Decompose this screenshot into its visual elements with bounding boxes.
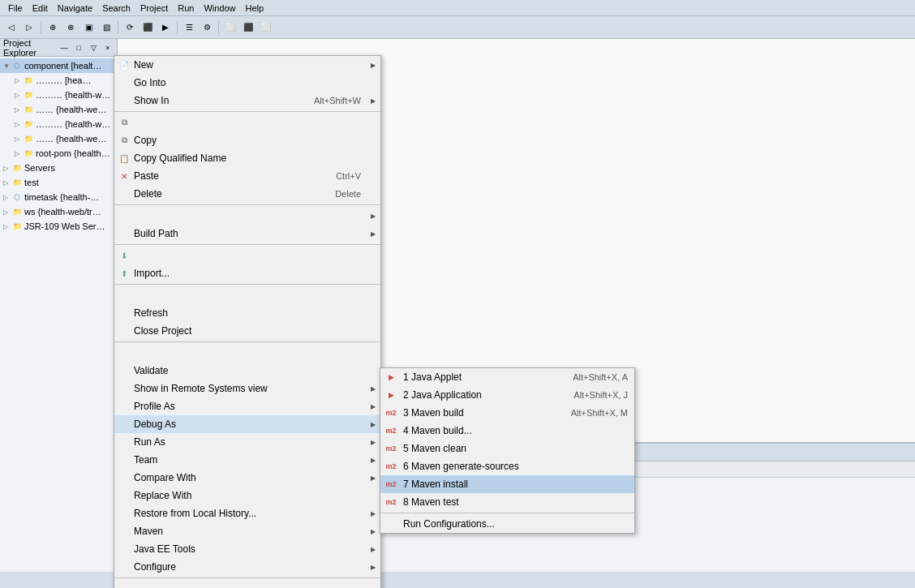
tree-item-4[interactable]: ▷ 📁 ……… {health-w… xyxy=(0,117,117,131)
ctx-profile-as[interactable]: Show in Remote Systems view xyxy=(114,380,380,397)
panel-close[interactable]: × xyxy=(102,42,114,54)
ctx-maven[interactable]: Restore from Local History... xyxy=(114,504,380,522)
toolbar-btn-4[interactable]: ⊗ xyxy=(62,19,79,36)
ctx-sep-3 xyxy=(114,244,380,245)
ctx-restore-local[interactable]: Replace With xyxy=(114,487,380,504)
toolbar-btn-1[interactable]: ◁ xyxy=(3,19,19,36)
panel-title: Project Explorer xyxy=(3,38,55,58)
toolbar-btn-8[interactable]: ⬛ xyxy=(140,19,156,36)
run-as-maven-clean[interactable]: m2 5 Maven clean xyxy=(380,440,634,457)
tree-item-8[interactable]: ▷ 📁 test xyxy=(0,175,117,190)
menu-bar: File Edit Navigate Search Project Run Wi… xyxy=(0,0,915,16)
run-as-java-applet[interactable]: ▶ 1 Java Applet Alt+Shift+X, A xyxy=(380,368,634,386)
tree-item-11[interactable]: ▷ 📁 JSR-109 Web Ser… xyxy=(0,219,117,234)
menu-search[interactable]: Search xyxy=(97,2,135,15)
ctx-team[interactable]: Run As xyxy=(114,433,380,451)
ctx-validate[interactable] xyxy=(114,344,380,362)
tree-label-0: component [healt… xyxy=(24,61,101,71)
ctx-copy[interactable]: ⧉ xyxy=(114,114,380,131)
java-app-icon: ▶ xyxy=(384,388,398,402)
ctx-replace-with[interactable]: Compare With xyxy=(114,469,380,487)
tree-icon-9: ⬡ xyxy=(11,191,23,203)
ctx-close-unrelated[interactable]: Close Project xyxy=(114,322,380,340)
toolbar-btn-11[interactable]: ⚙ xyxy=(199,19,215,36)
tree-item-6[interactable]: ▷ 📁 root-pom {health… xyxy=(0,146,117,161)
toolbar-btn-9[interactable]: ▶ xyxy=(157,19,174,36)
tree-label-5: …… {health-we… xyxy=(36,134,106,144)
run-as-java-app[interactable]: ▶ 2 Java Application Alt+Shift+X, J xyxy=(380,386,634,404)
ctx-run-as-label: Debug As xyxy=(134,418,176,430)
run-as-maven-build2[interactable]: m2 4 Maven build... xyxy=(380,422,634,440)
tree-icon-2: 📁 xyxy=(23,89,34,101)
toolbar-btn-13[interactable]: ⬛ xyxy=(240,19,256,36)
run-as-configurations[interactable]: Run Configurations... xyxy=(380,515,634,533)
tree-item-10[interactable]: ▷ 📁 ws {health-web/tr… xyxy=(0,204,117,219)
tree-arrow-6: ▷ xyxy=(15,150,23,157)
toolbar-btn-14[interactable]: ⬜ xyxy=(258,19,274,36)
ctx-go-into-label: Go Into xyxy=(134,77,165,88)
toolbar-btn-6[interactable]: ▧ xyxy=(98,19,114,36)
toolbar-btn-12[interactable]: ⬜ xyxy=(222,19,238,36)
tree-item-0[interactable]: ▼ ⬡ component [healt… xyxy=(0,58,117,73)
ctx-copy-qualified[interactable]: ⧉ Copy xyxy=(114,131,380,149)
ctx-configure[interactable]: Java EE Tools xyxy=(114,540,380,558)
run-as-maven-install[interactable]: m2 7 Maven install xyxy=(380,475,634,493)
menu-run[interactable]: Run xyxy=(173,2,199,15)
ctx-source[interactable]: Configure xyxy=(114,558,380,576)
ctx-remove-context[interactable]: Delete Delete xyxy=(114,185,380,203)
run-as-maven-build[interactable]: m2 3 Maven build Alt+Shift+X, M xyxy=(380,404,634,422)
toolbar-btn-7[interactable]: ⟳ xyxy=(122,19,138,36)
ctx-show-remote[interactable]: Validate xyxy=(114,362,380,380)
ctx-debug-as[interactable]: Profile As xyxy=(114,397,380,415)
ctx-paste-label: Copy Qualified Name xyxy=(134,152,226,164)
menu-help[interactable]: Help xyxy=(241,2,269,15)
ctx-export-label: Import... xyxy=(134,268,170,279)
tree-item-7[interactable]: ▷ 📁 Servers xyxy=(0,161,117,175)
ctx-close-project[interactable]: Refresh xyxy=(114,304,380,322)
menu-edit[interactable]: Edit xyxy=(28,2,53,15)
ctx-go-into[interactable]: Go Into xyxy=(114,74,380,92)
ctx-build-path[interactable] xyxy=(114,207,380,225)
panel-minimize[interactable]: — xyxy=(58,42,70,54)
ctx-run-as[interactable]: Debug As xyxy=(114,415,380,433)
ctx-java-ee[interactable]: Maven xyxy=(114,522,380,540)
paste-icon: 📋 xyxy=(118,152,131,165)
run-as-java-app-label: 2 Java Application xyxy=(403,389,482,401)
toolbar-btn-2[interactable]: ▷ xyxy=(21,19,37,36)
export-icon: ⬆ xyxy=(118,267,131,280)
run-as-maven-test[interactable]: m2 8 Maven test xyxy=(380,493,634,511)
ctx-configure-label: Java EE Tools xyxy=(134,543,195,555)
ctx-refresh[interactable] xyxy=(114,286,380,304)
toolbar-sep-4 xyxy=(218,21,219,34)
tree-item-1[interactable]: ▷ 📁 ……… [hea… xyxy=(0,73,117,88)
panel-maximize[interactable]: □ xyxy=(73,42,84,54)
tree-label-11: JSR-109 Web Ser… xyxy=(24,221,105,231)
tree-item-9[interactable]: ▷ ⬡ timetask {health-… xyxy=(0,190,117,204)
menu-window[interactable]: Window xyxy=(199,2,240,15)
toolbar-btn-3[interactable]: ⊕ xyxy=(45,19,61,36)
delete-icon: ✕ xyxy=(118,170,131,182)
tree-item-2[interactable]: ▷ 📁 ……… {health-w… xyxy=(0,88,117,102)
toolbar-btn-10[interactable]: ☰ xyxy=(181,19,197,36)
panel-viewmenu[interactable]: ▽ xyxy=(88,42,99,54)
run-as-maven-generate[interactable]: m2 6 Maven generate-sources xyxy=(380,457,634,475)
ctx-delete-shortcut: Ctrl+V xyxy=(336,171,361,181)
ctx-delete[interactable]: ✕ Paste Ctrl+V xyxy=(114,167,380,185)
toolbar-btn-5[interactable]: ▣ xyxy=(80,19,97,36)
ctx-import[interactable]: ⬇ xyxy=(114,247,380,264)
ctx-paste[interactable]: 📋 Copy Qualified Name xyxy=(114,149,380,167)
menu-navigate[interactable]: Navigate xyxy=(53,2,97,15)
tree-item-3[interactable]: ▷ 📁 …… {health-we… xyxy=(0,102,117,117)
menu-file[interactable]: File xyxy=(3,2,28,15)
ctx-refactor[interactable]: Build Path xyxy=(114,225,380,242)
maven-build-icon: m2 xyxy=(384,406,398,420)
ctx-show-in[interactable]: Show In Alt+Shift+W xyxy=(114,92,380,109)
tree-icon-3: 📁 xyxy=(23,104,34,115)
ctx-new[interactable]: 📄 New xyxy=(114,56,380,74)
ctx-export[interactable]: ⬆ Import... xyxy=(114,264,380,282)
menu-project[interactable]: Project xyxy=(135,2,173,15)
ctx-properties[interactable] xyxy=(114,580,380,588)
ctx-profile-as-label: Show in Remote Systems view xyxy=(134,383,268,394)
ctx-compare-with[interactable]: Team xyxy=(114,451,380,469)
tree-item-5[interactable]: ▷ 📁 …… {health-we… xyxy=(0,131,117,146)
